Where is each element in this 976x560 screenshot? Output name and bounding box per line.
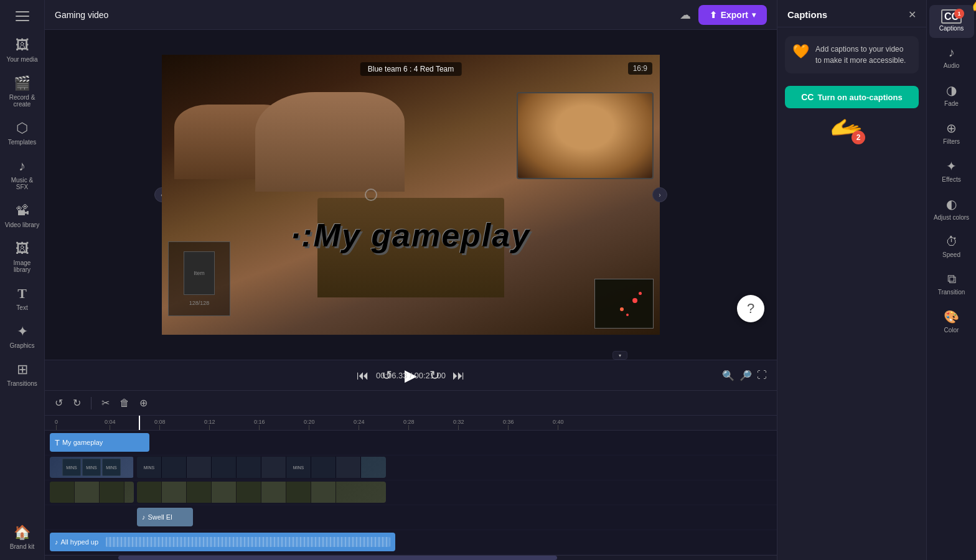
ruler-mark-32: 0:32 [453, 419, 464, 430]
sidebar-item-label: Music & SFX [5, 177, 40, 190]
tool-fade[interactable]: ◑ Fade [929, 77, 974, 113]
fade-tool-label: Fade [944, 100, 959, 107]
video-segment-before[interactable]: MINS MINS MINS [50, 457, 134, 478]
ruler-mark-40: 0:40 [553, 419, 564, 430]
sidebar-item-record-create[interactable]: 🎬 Record & create [2, 70, 42, 113]
filters-tool-label: Filters [943, 138, 960, 145]
captions-promo-card: 🧡 Add captions to your video to make it … [785, 36, 919, 73]
ruler-mark-20: 0:20 [304, 419, 315, 430]
video-segment-2-before[interactable] [50, 482, 134, 503]
audio-track-hyped: ♪ All hyped up [45, 530, 777, 555]
fullscreen-button[interactable]: ⛶ [757, 370, 767, 381]
tool-captions[interactable]: CC 1 Captions 🫴 1 [929, 5, 974, 38]
ruler-marks: 0 0:04 0:08 0:12 0:16 0:20 0:24 0:28 0:3… [50, 416, 772, 430]
skip-end-button[interactable]: ⏭ [453, 368, 465, 383]
video-segment-2-after[interactable] [137, 482, 386, 503]
graphics-icon: ✦ [17, 324, 28, 340]
inventory-box: Item 128/128 [168, 241, 230, 316]
sidebar-item-image-library[interactable]: 🖼 Image library [2, 236, 42, 278]
sidebar-item-label: Brand kit [10, 543, 34, 550]
redo-button[interactable]: ↻ [70, 394, 83, 411]
timeline-toolbar: ↺ ↻ ✂ 🗑 ⊕ [45, 391, 777, 416]
transition-tool-icon: ⧉ [947, 272, 956, 286]
sidebar-item-label: Text [16, 304, 27, 311]
sidebar-item-video-library[interactable]: 📽 Video library [2, 198, 42, 233]
sidebar-item-text[interactable]: T Text [2, 281, 42, 316]
sidebar-item-templates[interactable]: ⬡ Templates [2, 115, 42, 151]
cloud-save-icon[interactable]: ☁ [680, 8, 691, 22]
hand-cursor-1: 🫴 [971, 0, 977, 17]
pip-video [517, 92, 654, 179]
audio-track-swell: ♪ Swell El [45, 505, 777, 530]
add-track-button[interactable]: ⊕ [137, 394, 150, 411]
sidebar-item-music-sfx[interactable]: ♪ Music & SFX [2, 153, 42, 195]
ruler-mark-8: 0:08 [154, 419, 166, 430]
sidebar-item-graphics[interactable]: ✦ Graphics [2, 319, 42, 354]
audio-hyped-item[interactable]: ♪ All hyped up [50, 533, 395, 551]
auto-captions-button[interactable]: CC Turn on auto-captions [785, 86, 919, 108]
sidebar-item-your-media[interactable]: 🖼 Your media [2, 32, 42, 68]
text-icon: T [17, 286, 27, 302]
sidebar-item-label: Your media [6, 56, 37, 63]
audio-hyped-label: All hyped up [61, 538, 99, 546]
tool-adjust-colors[interactable]: ◐ Adjust colors [929, 190, 974, 227]
close-captions-button[interactable]: ✕ [908, 9, 916, 21]
sidebar-item-brand[interactable]: 🏠 Brand kit [2, 520, 42, 555]
captions-badge: 1 [954, 9, 964, 19]
playhead[interactable] [139, 416, 140, 431]
promo-emoji: 🧡 [792, 44, 809, 60]
filters-tool-icon: ⊕ [946, 121, 957, 136]
zoom-out-button[interactable]: 🔍 [722, 370, 734, 381]
playback-bar: ⏮ ↺ ▶ ↻ ⏭ 00:06.33 / 00:21.00 🔍 🔎 ⛶ [45, 360, 777, 391]
delete-button[interactable]: 🗑 [117, 395, 132, 411]
tool-effects[interactable]: ✦ Effects [929, 152, 974, 189]
text-track-icon: T [55, 438, 60, 447]
skip-start-button[interactable]: ⏮ [357, 368, 369, 383]
cursor-step1: 🫴 1 [971, 0, 977, 19]
timeline-scrollbar[interactable] [45, 555, 777, 560]
transition-tool-label: Transition [938, 289, 965, 296]
time-display: 00:06.33 / 00:21.00 [376, 371, 446, 380]
effects-tool-icon: ✦ [946, 159, 957, 174]
cut-button[interactable]: ✂ [99, 394, 112, 411]
sidebar-item-label: Image library [5, 259, 40, 273]
tool-speed[interactable]: ⏱ Speed [929, 228, 974, 264]
sidebar-item-label: Video library [5, 222, 39, 228]
export-button[interactable]: ⬆ Export ▾ [698, 5, 767, 25]
tools-panel: CC 1 Captions 🫴 1 ♪ Audio ◑ Fade ⊕ Filte… [926, 0, 976, 560]
captions-icon-wrap: CC 1 [941, 11, 962, 22]
speed-tool-label: Speed [942, 251, 960, 258]
timeline-tracks: T My gameplay MINS MINS MINS MINS [45, 431, 777, 555]
image-library-icon: 🖼 [16, 241, 29, 257]
video-segment-after[interactable]: MINS MINS [137, 457, 386, 478]
auto-captions-icon: CC [801, 92, 814, 102]
help-button[interactable]: ? [737, 295, 764, 322]
ruler-mark-36: 0:36 [503, 419, 514, 430]
scrollbar-thumb[interactable] [118, 556, 558, 560]
audio-note2-icon: ♪ [55, 538, 59, 546]
tool-filters[interactable]: ⊕ Filters [929, 114, 974, 151]
playback-right-controls: 🔍 🔎 ⛶ [722, 370, 767, 381]
audio-swell-label: Swell El [148, 513, 172, 521]
zoom-in-button[interactable]: 🔎 [739, 370, 752, 381]
sidebar-item-label: Graphics [9, 342, 34, 349]
ruler-mark-12: 0:12 [204, 419, 215, 430]
collapse-right-button[interactable]: › [652, 187, 667, 202]
canvas-area: ‹ Blue team 6 : 4 Red Team ·:My gameplay [45, 30, 777, 360]
tool-audio[interactable]: ♪ Audio [929, 39, 974, 75]
tool-transition[interactable]: ⧉ Transition [929, 266, 974, 302]
undo-button[interactable]: ↺ [52, 394, 65, 411]
hamburger-menu[interactable] [2, 5, 42, 27]
text-track-item[interactable]: T My gameplay [50, 433, 149, 452]
tool-color[interactable]: 🎨 Color [929, 303, 974, 340]
audio-tool-label: Audio [944, 62, 960, 69]
sidebar-item-transitions[interactable]: ⊞ Transitions [2, 357, 42, 392]
topbar: Gaming video ☁ ⬆ Export ▾ [45, 0, 777, 30]
text-track-label: My gameplay [62, 439, 103, 446]
main-area: Gaming video ☁ ⬆ Export ▾ ‹ [45, 0, 777, 560]
video-track-2 [45, 480, 777, 505]
audio-swell-item[interactable]: ♪ Swell El [137, 508, 193, 526]
sidebar: 🖼 Your media 🎬 Record & create ⬡ Templat… [0, 0, 45, 560]
collapse-timeline-button[interactable]: ▾ [612, 351, 627, 360]
captions-tool-label: Captions [939, 25, 964, 32]
